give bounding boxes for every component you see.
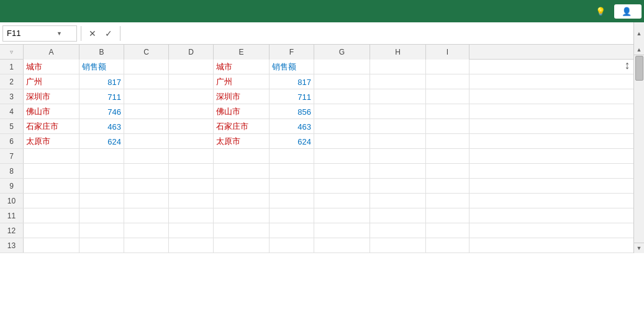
cell-3-D[interactable]: [169, 89, 214, 104]
cell-6-H[interactable]: [370, 134, 426, 149]
cell-10-H[interactable]: [370, 194, 426, 208]
row-header-9[interactable]: 9: [0, 179, 24, 193]
scroll-up-button[interactable]: ▲: [634, 45, 644, 55]
col-header-e[interactable]: E: [214, 45, 270, 60]
cell-2-D[interactable]: [169, 74, 214, 89]
cell-1-H[interactable]: [370, 60, 426, 74]
row-header-10[interactable]: 10: [0, 194, 24, 208]
row-header-5[interactable]: 5: [0, 119, 24, 133]
cell-5-B[interactable]: 463: [79, 119, 124, 134]
cell-5-I[interactable]: [426, 119, 469, 134]
cell-11-F[interactable]: [270, 208, 314, 223]
cell-12-H[interactable]: [370, 223, 426, 238]
cell-5-H[interactable]: [370, 119, 426, 134]
cell-9-C[interactable]: [124, 179, 169, 194]
cell-10-C[interactable]: [124, 194, 169, 208]
cell-4-A[interactable]: 佛山市: [24, 104, 79, 119]
cell-2-F[interactable]: 817: [270, 74, 314, 89]
cell-13-B[interactable]: [79, 238, 124, 253]
menu-file[interactable]: [2, 0, 17, 22]
cell-6-E[interactable]: 太原市: [214, 134, 270, 149]
cell-1-D[interactable]: [169, 60, 214, 74]
col-header-a[interactable]: A: [24, 45, 79, 60]
cell-12-G[interactable]: [314, 223, 370, 238]
cell-2-H[interactable]: [370, 74, 426, 89]
cell-12-B[interactable]: [79, 223, 124, 238]
cell-4-C[interactable]: [124, 104, 169, 119]
cell-7-I[interactable]: [426, 149, 469, 164]
menu-data[interactable]: [77, 0, 92, 22]
cell-9-G[interactable]: [314, 179, 370, 194]
cell-2-A[interactable]: 广州: [24, 74, 79, 89]
cell-11-H[interactable]: [370, 208, 426, 223]
cell-3-F[interactable]: 711: [270, 89, 314, 104]
cell-8-E[interactable]: [214, 164, 270, 179]
cell-3-A[interactable]: 深圳市: [24, 89, 79, 104]
share-button[interactable]: 👤: [614, 4, 642, 19]
cell-1-F[interactable]: 销售额: [270, 60, 314, 74]
formula-input[interactable]: [132, 29, 633, 38]
scroll-track[interactable]: [634, 55, 644, 243]
cell-5-C[interactable]: [124, 119, 169, 134]
row-header-12[interactable]: 12: [0, 223, 24, 238]
cell-12-A[interactable]: [24, 223, 79, 238]
cell-13-H[interactable]: [370, 238, 426, 253]
row-header-13[interactable]: 13: [0, 238, 24, 252]
cell-9-F[interactable]: [270, 179, 314, 194]
cell-7-F[interactable]: [270, 149, 314, 164]
scroll-thumb[interactable]: [635, 56, 643, 81]
row-header-8[interactable]: 8: [0, 164, 24, 178]
cell-9-E[interactable]: [214, 179, 270, 194]
col-header-h[interactable]: H: [370, 45, 426, 60]
cell-10-D[interactable]: [169, 194, 214, 208]
cell-2-B[interactable]: 817: [79, 74, 124, 89]
cell-4-I[interactable]: [426, 104, 469, 119]
cell-6-F[interactable]: 624: [270, 134, 314, 149]
cell-2-G[interactable]: [314, 74, 370, 89]
row-header-3[interactable]: 3: [0, 89, 24, 104]
cell-13-F[interactable]: [270, 238, 314, 253]
cell-6-A[interactable]: 太原市: [24, 134, 79, 149]
row-header-11[interactable]: 11: [0, 208, 24, 223]
cell-10-G[interactable]: [314, 194, 370, 208]
cell-13-G[interactable]: [314, 238, 370, 253]
cell-8-D[interactable]: [169, 164, 214, 179]
cell-11-D[interactable]: [169, 208, 214, 223]
cell-10-I[interactable]: [426, 194, 469, 208]
cell-7-A[interactable]: [24, 149, 79, 164]
cell-2-E[interactable]: 广州: [214, 74, 270, 89]
menu-developer[interactable]: [137, 0, 152, 22]
cell-11-I[interactable]: [426, 208, 469, 223]
cell-7-H[interactable]: [370, 149, 426, 164]
cell-3-I[interactable]: [426, 89, 469, 104]
col-header-g[interactable]: G: [314, 45, 370, 60]
confirm-icon[interactable]: ✓: [101, 26, 116, 41]
cell-7-D[interactable]: [169, 149, 214, 164]
cell-8-F[interactable]: [270, 164, 314, 179]
cell-11-A[interactable]: [24, 208, 79, 223]
cell-4-E[interactable]: 佛山市: [214, 104, 270, 119]
name-box-input[interactable]: [7, 29, 57, 38]
cell-1-E[interactable]: 城市: [214, 60, 270, 74]
cell-6-B[interactable]: 624: [79, 134, 124, 149]
cell-13-I[interactable]: [426, 238, 469, 253]
tell-me-button[interactable]: 💡: [589, 0, 614, 22]
cell-1-G[interactable]: [314, 60, 370, 74]
cell-1-C[interactable]: [124, 60, 169, 74]
row-header-6[interactable]: 6: [0, 134, 24, 148]
cell-3-H[interactable]: [370, 89, 426, 104]
cell-7-B[interactable]: [79, 149, 124, 164]
cell-2-I[interactable]: [426, 74, 469, 89]
cell-13-D[interactable]: [169, 238, 214, 253]
cell-3-E[interactable]: 深圳市: [214, 89, 270, 104]
cell-5-A[interactable]: 石家庄市: [24, 119, 79, 134]
cell-9-H[interactable]: [370, 179, 426, 194]
corner-cell[interactable]: ▿: [0, 45, 24, 59]
cell-8-I[interactable]: [426, 164, 469, 179]
cell-3-B[interactable]: 711: [79, 89, 124, 104]
cell-13-C[interactable]: [124, 238, 169, 253]
cell-5-F[interactable]: 463: [270, 119, 314, 134]
row-header-2[interactable]: 2: [0, 74, 24, 89]
cell-12-C[interactable]: [124, 223, 169, 238]
menu-view[interactable]: [122, 0, 137, 22]
